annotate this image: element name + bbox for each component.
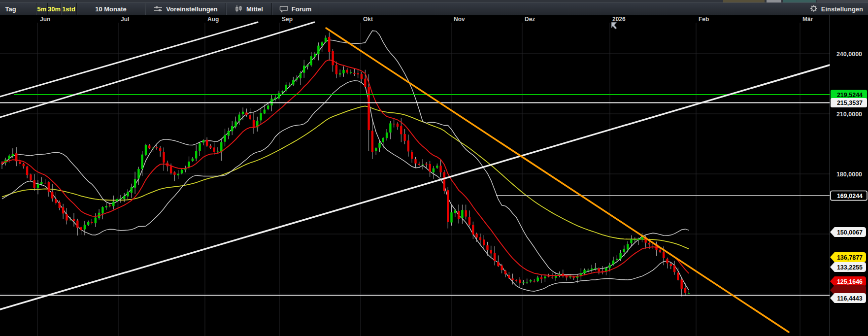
indicator-badge-text: 150,0067	[837, 229, 863, 236]
toolbar-button-label: 30m	[48, 5, 61, 13]
toolbar-button-10-monate[interactable]: 10 Monate	[77, 3, 145, 15]
candle-body	[173, 172, 175, 175]
trendline-orange[interactable]	[326, 28, 789, 332]
candle-body	[127, 192, 129, 197]
settings-button[interactable]: Einstellungen	[807, 3, 866, 15]
candle-body	[458, 211, 460, 219]
candle-body	[357, 73, 359, 74]
candle-body	[238, 114, 240, 121]
candle-body	[587, 270, 589, 270]
candle-body	[199, 143, 200, 151]
candle-body	[231, 126, 233, 131]
month-label: Nov	[454, 16, 465, 23]
candle-body	[141, 155, 143, 169]
candle-body	[245, 112, 247, 115]
trendline-white[interactable]	[0, 22, 258, 97]
bubble-icon	[279, 5, 289, 13]
candle-body	[673, 266, 675, 272]
indicator-badge-text: 125,1646	[837, 278, 863, 285]
candle-body	[400, 126, 402, 134]
candle-body	[325, 38, 327, 42]
toolbar-button-30m[interactable]: 30m	[48, 3, 61, 15]
candle-body	[292, 80, 294, 85]
candle-body	[181, 170, 183, 173]
candle-body	[627, 244, 629, 249]
month-label: Okt	[363, 16, 373, 23]
candle-body	[551, 277, 553, 277]
candle-body	[346, 70, 348, 73]
candle-body	[468, 217, 470, 225]
candle-body	[202, 140, 204, 143]
candle-body	[367, 87, 369, 130]
candle-body	[537, 277, 539, 281]
chart-annotation-marker-icon[interactable]	[611, 22, 617, 29]
candle-body	[511, 278, 513, 280]
candle-body	[123, 196, 125, 199]
candle-body	[547, 276, 549, 276]
toolbar-button-label: Mittel	[246, 5, 263, 13]
toolbar-button-forum[interactable]: Forum	[272, 3, 319, 15]
axis-tick-label: 210,0000	[836, 111, 862, 118]
candle-body	[422, 165, 424, 165]
candle-body	[439, 166, 441, 172]
candle-body	[684, 288, 686, 293]
candle-body	[350, 72, 352, 73]
candle-body	[209, 146, 211, 148]
candle-body	[425, 164, 427, 165]
candle-body	[249, 115, 251, 120]
candle-body	[670, 264, 672, 266]
candle-body	[112, 202, 114, 206]
candle-body	[1, 163, 3, 164]
trendline-white[interactable]	[0, 65, 830, 309]
candle-body	[526, 282, 528, 282]
candle-body	[490, 250, 492, 253]
candle-body	[148, 145, 150, 148]
candle-body	[598, 269, 600, 271]
candle-body	[659, 250, 661, 252]
candle-body	[429, 164, 431, 172]
candle-body	[461, 210, 463, 218]
candle-body	[339, 73, 341, 74]
toolbar-items: Tag5m30m1std10 MonateVoreinstellungenMit…	[0, 3, 868, 15]
candle-body	[228, 131, 230, 136]
candle-body	[267, 105, 269, 109]
price-chart[interactable]: 240,0000210,0000180,0000219,5244215,3537…	[0, 15, 868, 336]
candle-body	[594, 268, 596, 269]
toolbar-button-tag[interactable]: Tag	[0, 3, 36, 15]
candle-body	[486, 245, 488, 250]
chart-area: 240,0000210,0000180,0000219,5244215,3537…	[0, 15, 868, 336]
candle-body	[314, 54, 316, 57]
candle-body	[569, 276, 571, 277]
toolbar-button-1std[interactable]: 1std	[61, 3, 77, 15]
candle-body	[544, 276, 546, 278]
candle-body	[23, 164, 25, 167]
candle-body	[101, 207, 103, 213]
candle-body	[8, 156, 10, 159]
candle-body	[530, 280, 532, 282]
candle-body	[591, 269, 593, 270]
candle-body	[163, 152, 165, 162]
candle-body	[386, 133, 388, 138]
candle-body	[436, 166, 438, 168]
candle-body	[300, 73, 301, 78]
candle-body	[253, 120, 255, 128]
toolbar-button-5m[interactable]: 5m	[36, 3, 48, 15]
axis-tick-label: 180,0000	[836, 171, 862, 178]
candle-body	[483, 239, 485, 245]
candle-body	[663, 252, 665, 258]
candle-body	[472, 225, 474, 235]
candle-body	[120, 199, 122, 199]
candle-body	[479, 237, 481, 240]
settings-label: Einstellungen	[821, 5, 863, 13]
candle-body	[364, 79, 366, 87]
candle-body	[62, 207, 64, 214]
candle-body	[397, 124, 399, 127]
toolbar-button-mittel[interactable]: Mittel	[226, 3, 272, 15]
candle-body	[382, 138, 384, 142]
toolbar-button-voreinstellungen[interactable]: Voreinstellungen	[145, 3, 226, 15]
candle-body	[407, 140, 409, 151]
candle-body	[80, 227, 82, 230]
candle-body	[328, 37, 330, 52]
candle-body	[87, 222, 89, 225]
candle-body	[224, 135, 226, 142]
